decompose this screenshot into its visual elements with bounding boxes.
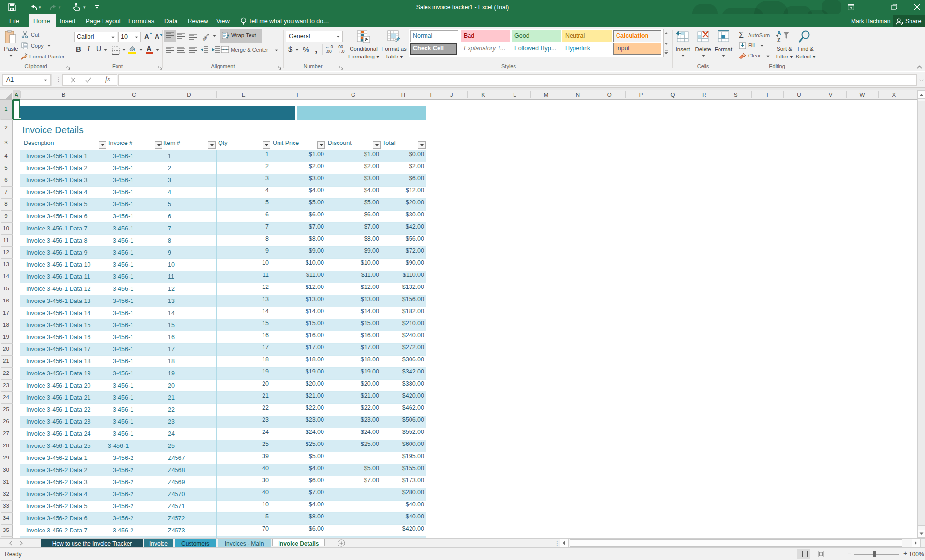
svg-text:A: A [777, 30, 781, 37]
svg-text:Z: Z [777, 37, 780, 43]
